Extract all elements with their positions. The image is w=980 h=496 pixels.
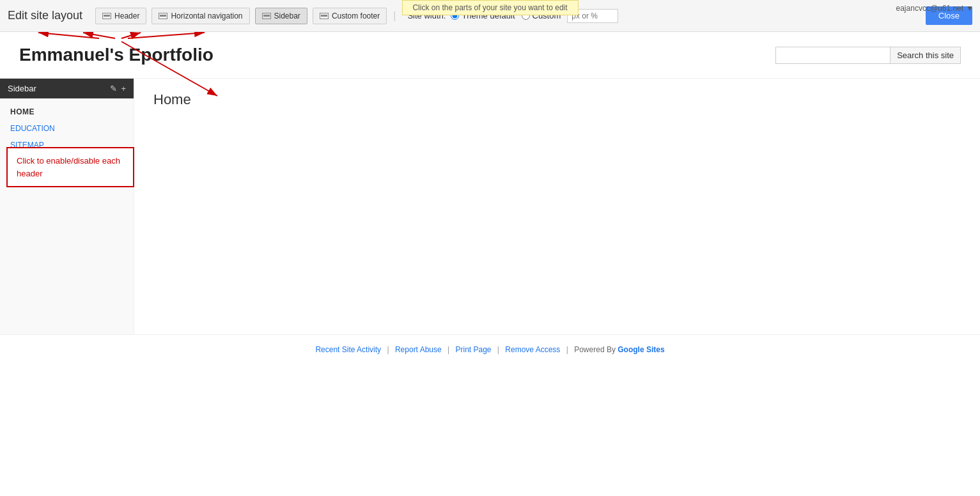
page-title: Edit site layout — [8, 9, 82, 22]
page-heading: Home — [153, 91, 961, 108]
footer-sep-2: | — [447, 345, 449, 354]
footer-print-page[interactable]: Print Page — [455, 345, 491, 354]
footer-powered-by: Powered By — [574, 345, 616, 354]
site-header: Emmanuel's Eportfolio Search this site — [0, 32, 980, 79]
custom-footer-button[interactable]: Custom footer — [313, 8, 387, 24]
header-button[interactable]: Header — [95, 8, 146, 24]
content-layout: Sidebar ✎ + HOME EDUCATION SITEMAP Home — [0, 79, 980, 334]
page-content: Home — [134, 79, 980, 334]
footer-sep-1: | — [387, 345, 389, 354]
site-footer: Recent Site Activity | Report Abuse | Pr… — [0, 334, 980, 364]
sidebar-add-icon[interactable]: + — [121, 84, 126, 93]
footer-remove-access[interactable]: Remove Access — [505, 345, 560, 354]
horizontal-nav-button[interactable]: Horizontal navigation — [152, 8, 249, 24]
user-dropdown-icon[interactable]: ▼ — [966, 4, 974, 13]
sidebar-button[interactable]: Sidebar — [255, 8, 307, 24]
site-title: Emmanuel's Eportfolio — [19, 45, 214, 65]
search-input[interactable] — [775, 47, 891, 64]
sidebar-btn-icon — [262, 13, 271, 19]
sidebar-icons: ✎ + — [110, 84, 126, 93]
sidebar-title: Sidebar — [8, 84, 36, 93]
sidebar-header: Sidebar ✎ + — [0, 79, 134, 98]
sidebar-edit-icon[interactable]: ✎ — [110, 84, 117, 93]
footer-sep-3: | — [497, 345, 499, 354]
tooltip-box: Click to enable/disable each header — [6, 147, 134, 187]
user-email: eajancvcc@u61.net — [896, 4, 964, 13]
sidebar: Sidebar ✎ + HOME EDUCATION SITEMAP — [0, 79, 134, 334]
nav-item-education[interactable]: EDUCATION — [0, 120, 134, 137]
footer-report-abuse[interactable]: Report Abuse — [395, 345, 442, 354]
tooltip-text: Click to enable/disable each header — [17, 156, 120, 178]
user-area: eajancvcc@u61.net ▼ — [896, 4, 974, 13]
main-wrapper: Emmanuel's Eportfolio Search this site S… — [0, 32, 980, 496]
footer-sep-4: | — [566, 345, 568, 354]
nav-item-home[interactable]: HOME — [0, 104, 134, 120]
search-button[interactable]: Search this site — [891, 47, 961, 64]
custom-footer-icon — [320, 13, 329, 19]
horizontal-nav-icon — [159, 13, 167, 19]
separator-1: | — [393, 10, 396, 22]
search-area: Search this site — [775, 47, 961, 64]
header-icon — [102, 13, 111, 19]
notification-bar: Click on the parts of your site you want… — [401, 0, 578, 15]
footer-recent-activity[interactable]: Recent Site Activity — [315, 345, 381, 354]
footer-google-sites[interactable]: Google Sites — [618, 345, 664, 354]
notification-text: Click on the parts of your site you want… — [412, 3, 567, 12]
